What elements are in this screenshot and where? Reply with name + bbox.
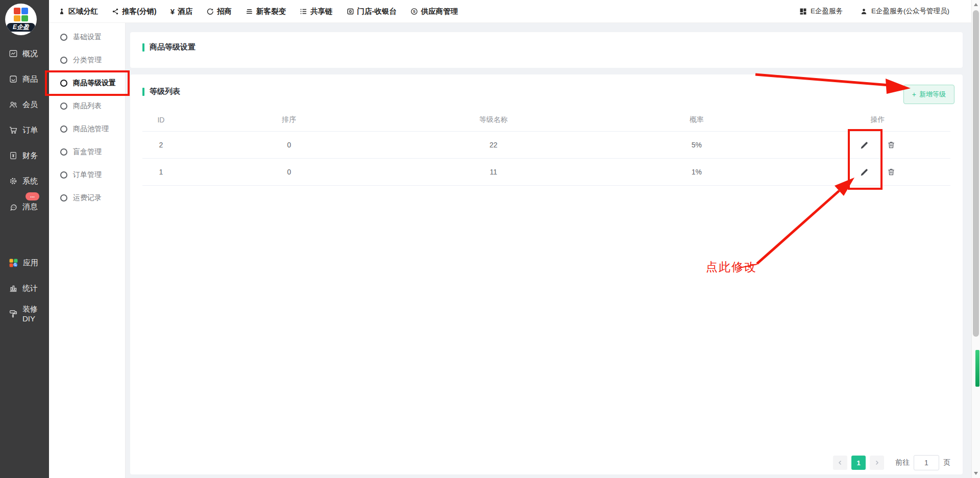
submenu-item-basic-settings[interactable]: 基础设置 bbox=[49, 26, 125, 48]
topnav-item-hotel[interactable]: ¥ 酒店 bbox=[170, 7, 192, 16]
delete-trash-icon[interactable] bbox=[887, 168, 895, 176]
topnav-label: 门店-收银台 bbox=[357, 7, 397, 16]
submenu-item-goods-grade-settings[interactable]: 商品等级设置 bbox=[49, 71, 125, 94]
orders-cart-icon bbox=[9, 125, 18, 135]
members-users-icon bbox=[9, 100, 18, 109]
sidebar-item-label: 应用 bbox=[23, 258, 38, 268]
topnav-item-investment[interactable]: 招商 bbox=[206, 7, 232, 16]
title-accent-bar bbox=[142, 43, 144, 52]
current-page-button[interactable]: 1 bbox=[851, 456, 866, 470]
radio-ring-icon bbox=[60, 171, 67, 179]
scrollbar-down-arrow-icon[interactable] bbox=[974, 472, 978, 475]
apps-grid-icon bbox=[9, 258, 18, 268]
sidebar-item-label: 财务 bbox=[22, 151, 38, 161]
prev-page-button[interactable] bbox=[833, 456, 847, 470]
delete-trash-icon[interactable] bbox=[887, 141, 895, 149]
account-label: E企盈服务(公众号管理员) bbox=[871, 7, 949, 16]
edit-pencil-icon[interactable] bbox=[860, 141, 869, 149]
grade-list-card: 等级列表 + 新增等级 ID 排序 等级名称 概率 操作 bbox=[130, 74, 963, 474]
topnav-label: 招商 bbox=[217, 7, 232, 16]
topnav-item-new-customer-fission[interactable]: 新客裂变 bbox=[246, 7, 286, 16]
dividend-person-icon bbox=[58, 8, 65, 15]
topnav-label: 供应商管理 bbox=[421, 7, 458, 16]
submenu-item-order-management[interactable]: 订单管理 bbox=[49, 163, 125, 186]
sidebar-item-decorate-diy[interactable]: 装修DIY bbox=[0, 301, 49, 326]
cell-grade-name: 22 bbox=[399, 132, 589, 159]
sidebar-item-members[interactable]: 会员 bbox=[0, 92, 49, 117]
submenu-label: 基础设置 bbox=[73, 33, 102, 42]
scrollbar-thumb[interactable] bbox=[973, 10, 979, 337]
table-row: 2 0 22 5% bbox=[142, 132, 950, 159]
goto-unit-label: 页 bbox=[943, 458, 950, 467]
col-actions: 操作 bbox=[805, 109, 950, 132]
admin-app: E企盈 概况 商品 会员 订单 财务 bbox=[0, 0, 980, 478]
submenu-item-goods-list[interactable]: 商品列表 bbox=[49, 94, 125, 117]
service-entry[interactable]: E企盈服务 bbox=[799, 7, 843, 16]
submenu-label: 订单管理 bbox=[73, 170, 102, 180]
svg-text:S: S bbox=[413, 9, 415, 14]
grade-table: ID 排序 等级名称 概率 操作 2 0 22 5% bbox=[142, 109, 950, 186]
sidebar-item-label: 会员 bbox=[22, 100, 38, 110]
topnav-item-region-dividend[interactable]: 区域分红 bbox=[58, 7, 98, 16]
system-gear-icon bbox=[9, 177, 18, 186]
topnav-item-store-cashier[interactable]: 门店-收银台 bbox=[347, 7, 397, 16]
sidebar-item-orders[interactable]: 订单 bbox=[0, 117, 49, 143]
scrollbar-up-arrow-icon[interactable] bbox=[974, 3, 978, 6]
submenu-label: 商品等级设置 bbox=[73, 79, 116, 88]
topnav-item-tuike-distribution[interactable]: 推客(分销) bbox=[112, 7, 157, 16]
main-content: 商品等级设置 等级列表 + 新增等级 ID 排序 等级名称 概率 bbox=[126, 23, 971, 478]
sidebar-item-statistics[interactable]: 统计 bbox=[0, 275, 49, 301]
cell-probability: 1% bbox=[589, 159, 805, 186]
sidebar-item-apps[interactable]: 应用 bbox=[0, 250, 49, 275]
submenu-item-freight-records[interactable]: 运费记录 bbox=[49, 186, 125, 209]
goto-page-input[interactable] bbox=[914, 455, 939, 470]
cell-grade-name: 11 bbox=[399, 159, 589, 186]
sidebar-item-system[interactable]: 系统 bbox=[0, 168, 49, 194]
submenu-label: 商品池管理 bbox=[73, 124, 109, 134]
service-label: E企盈服务 bbox=[811, 7, 843, 16]
sidebar-item-overview[interactable]: 概况 bbox=[0, 41, 49, 66]
recycle-arrows-icon bbox=[206, 8, 214, 15]
submenu-item-category-management[interactable]: 分类管理 bbox=[49, 48, 125, 71]
message-bubble-icon bbox=[9, 202, 18, 211]
logo-text: E企盈 bbox=[7, 23, 35, 32]
overview-chart-icon bbox=[9, 49, 18, 58]
sidebar-item-messages[interactable]: 消息 ... bbox=[0, 194, 49, 219]
goods-bag-icon bbox=[9, 74, 18, 84]
sidebar-item-label: 概况 bbox=[22, 49, 38, 59]
scrollbar-green-marker bbox=[975, 350, 979, 387]
table-header-row: ID 排序 等级名称 概率 操作 bbox=[142, 109, 950, 132]
sidebar-item-label: 系统 bbox=[22, 177, 38, 186]
cell-sort: 0 bbox=[180, 132, 399, 159]
goto-page: 前往 页 bbox=[895, 455, 950, 470]
submenu-label: 运费记录 bbox=[73, 193, 102, 203]
submenu-label: 盲盒管理 bbox=[73, 147, 102, 157]
submenu-item-goods-pool[interactable]: 商品池管理 bbox=[49, 117, 125, 140]
topnav-item-supplier-management[interactable]: S 供应商管理 bbox=[410, 7, 458, 16]
cell-probability: 5% bbox=[589, 132, 805, 159]
statistics-bars-icon bbox=[9, 284, 18, 293]
list-icon bbox=[300, 8, 307, 15]
table-row: 1 0 11 1% bbox=[142, 159, 950, 186]
pagination: 1 前往 页 bbox=[833, 455, 950, 470]
topbar-nav: 区域分红 推客(分销) ¥ 酒店 招商 新客裂变 共享链 bbox=[58, 7, 458, 16]
sidebar-item-finance[interactable]: 财务 bbox=[0, 143, 49, 168]
vertical-scrollbar[interactable] bbox=[971, 0, 980, 478]
topnav-label: 共享链 bbox=[310, 7, 333, 16]
submenu-label: 商品列表 bbox=[73, 102, 102, 111]
next-page-button[interactable] bbox=[870, 456, 884, 470]
submenu-label: 分类管理 bbox=[73, 56, 102, 65]
cell-sort: 0 bbox=[180, 159, 399, 186]
add-grade-button[interactable]: + 新增等级 bbox=[903, 85, 954, 104]
edit-pencil-icon[interactable] bbox=[860, 168, 869, 177]
sidebar-item-label: 装修DIY bbox=[22, 305, 49, 323]
col-grade-name: 等级名称 bbox=[399, 109, 589, 132]
triple-lines-icon bbox=[246, 8, 253, 15]
sidebar-item-goods[interactable]: 商品 bbox=[0, 66, 49, 92]
paint-roller-icon bbox=[9, 309, 18, 318]
app-logo[interactable]: E企盈 bbox=[5, 4, 37, 35]
submenu-item-blind-box[interactable]: 盲盒管理 bbox=[49, 140, 125, 163]
account-entry[interactable]: E企盈服务(公众号管理员) bbox=[860, 7, 949, 16]
topnav-label: 新客裂变 bbox=[256, 7, 286, 16]
topnav-item-share-chain[interactable]: 共享链 bbox=[300, 7, 333, 16]
